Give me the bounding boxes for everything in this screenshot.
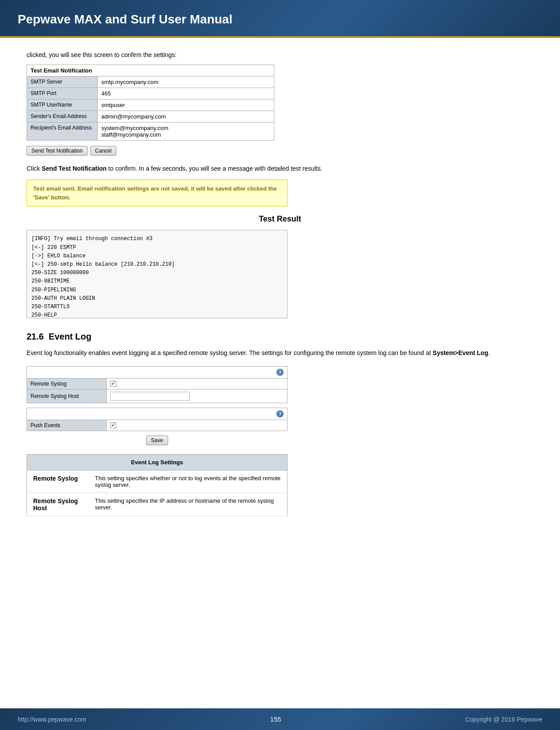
settings-row-remote-syslog-host: Remote SyslogHost This setting specifies… bbox=[27, 493, 288, 516]
click-instruction-after: to confirm. In a few seconds, you will s… bbox=[107, 165, 322, 172]
email-table-header: Test Email Notification bbox=[27, 65, 274, 76]
intro-text: clicked, you will see this screen to con… bbox=[27, 51, 533, 58]
section-heading: 21.6 Event Log bbox=[27, 332, 533, 342]
remote-syslog-row: Remote Syslog bbox=[27, 378, 288, 389]
smtp-port-value: 465 bbox=[98, 88, 274, 99]
settings-header-cell: Event Log Settings bbox=[27, 454, 288, 470]
push-events-help-icon[interactable]: ? bbox=[276, 410, 284, 417]
button-row: Send Test Notification Cancel bbox=[27, 146, 533, 156]
table-row: Sender's Email Address admin@mycompany.c… bbox=[27, 111, 274, 122]
recipient-email-label: Recipient's Email Address bbox=[27, 122, 98, 141]
test-result-content: [INFO] Try email through connection #3[<… bbox=[31, 236, 175, 318]
send-events-header-row: Send Events to Remote Syslog Server ? bbox=[27, 366, 288, 378]
table-row: SMTP UserName smtpuser bbox=[27, 99, 274, 111]
push-events-checkbox-wrapper bbox=[110, 422, 284, 428]
push-events-header-row: Push Events to Mobile Devices ? bbox=[27, 408, 288, 420]
send-events-header: Send Events to Remote Syslog Server ? bbox=[27, 366, 288, 378]
save-button[interactable]: Save bbox=[146, 436, 168, 445]
table-row: SMTP Server smtp.mycompany.com bbox=[27, 76, 274, 88]
sender-email-value: admin@mycompany.com bbox=[98, 111, 274, 122]
smtp-server-value: smtp.mycompany.com bbox=[98, 76, 274, 88]
remote-syslog-checkbox-wrapper bbox=[110, 381, 284, 387]
settings-remote-syslog-host-label: Remote SyslogHost bbox=[27, 493, 89, 516]
remote-syslog-label: Remote Syslog bbox=[27, 378, 107, 389]
save-row: Save bbox=[27, 436, 288, 445]
remote-syslog-host-input[interactable] bbox=[110, 392, 190, 401]
settings-remote-syslog-label: Remote Syslog bbox=[27, 470, 89, 493]
push-events-label: Push Events bbox=[27, 420, 107, 431]
table-row: SMTP Port 465 bbox=[27, 88, 274, 99]
remote-syslog-checkbox[interactable] bbox=[110, 381, 116, 387]
footer-url: http://www.pepwave.com bbox=[18, 716, 86, 723]
footer-page: 155 bbox=[270, 715, 281, 723]
page-title: Pepwave MAX and Surf User Manual bbox=[18, 12, 542, 27]
spacer-row bbox=[27, 403, 288, 408]
table-row: Recipient's Email Address system@mycompa… bbox=[27, 122, 274, 141]
page-footer: http://www.pepwave.com 155 Copyright @ 2… bbox=[0, 708, 560, 730]
click-instruction-bold: Send Test Notification bbox=[42, 165, 107, 172]
push-events-checkbox-cell bbox=[107, 420, 288, 431]
settings-row-remote-syslog: Remote Syslog This setting specifies whe… bbox=[27, 470, 288, 493]
remote-syslog-host-label: Remote Syslog Host bbox=[27, 389, 107, 403]
remote-syslog-checkbox-cell bbox=[107, 378, 288, 389]
send-events-help-icon[interactable]: ? bbox=[276, 369, 284, 376]
settings-remote-syslog-host-desc: This setting specifies the IP address or… bbox=[89, 493, 288, 516]
smtp-port-label: SMTP Port bbox=[27, 88, 98, 99]
section-title: Event Log bbox=[49, 332, 92, 341]
main-content: clicked, you will see this screen to con… bbox=[0, 38, 560, 708]
settings-header-row: Event Log Settings bbox=[27, 454, 288, 470]
event-log-intro-text: Event log functionality enables event lo… bbox=[27, 349, 433, 356]
push-events-row: Push Events bbox=[27, 420, 288, 431]
cancel-button[interactable]: Cancel bbox=[90, 146, 116, 156]
settings-remote-syslog-desc: This setting specifies whether or not to… bbox=[89, 470, 288, 493]
remote-syslog-host-row: Remote Syslog Host bbox=[27, 389, 288, 403]
smtp-server-label: SMTP Server bbox=[27, 76, 98, 88]
test-result-box[interactable]: [INFO] Try email through connection #3[<… bbox=[27, 230, 288, 318]
smtp-username-label: SMTP UserName bbox=[27, 99, 98, 111]
event-log-path: System>Event Log bbox=[433, 349, 488, 356]
section-number: 21.6 bbox=[27, 332, 44, 341]
push-events-checkbox[interactable] bbox=[110, 422, 116, 428]
recipient-email-value: system@mycompany.comstaff@mycompany.com bbox=[98, 122, 274, 141]
test-result-title: Test Result bbox=[27, 214, 533, 224]
footer-copyright: Copyright @ 2016 Pepwave bbox=[465, 716, 542, 723]
send-events-table: Send Events to Remote Syslog Server ? Re… bbox=[27, 366, 288, 431]
click-instruction-before: Click bbox=[27, 165, 42, 172]
smtp-username-value: smtpuser bbox=[98, 99, 274, 111]
page-header: Pepwave MAX and Surf User Manual bbox=[0, 0, 560, 38]
push-events-header: Push Events to Mobile Devices ? bbox=[27, 408, 288, 420]
send-test-notification-button[interactable]: Send Test Notification bbox=[27, 146, 88, 156]
event-log-intro: Event log functionality enables event lo… bbox=[27, 348, 533, 358]
remote-syslog-host-cell bbox=[107, 389, 288, 403]
email-notification-table: Test Email Notification SMTP Server smtp… bbox=[27, 65, 274, 141]
click-instruction: Click Send Test Notification to confirm.… bbox=[27, 164, 533, 173]
sender-email-label: Sender's Email Address bbox=[27, 111, 98, 122]
warning-box: Test email sent. Email notification sett… bbox=[27, 180, 288, 206]
event-log-settings-table: Event Log Settings Remote Syslog This se… bbox=[27, 454, 288, 516]
